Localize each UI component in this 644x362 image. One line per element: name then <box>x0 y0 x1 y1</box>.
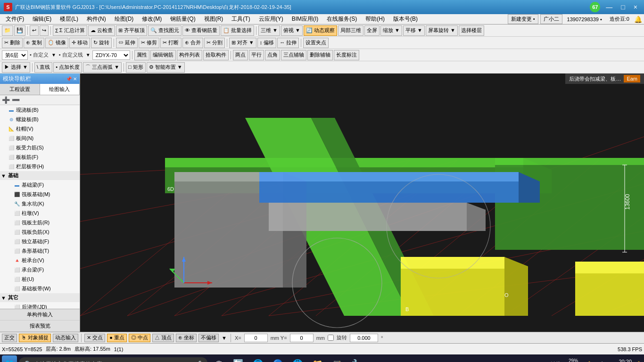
cloud-check-button[interactable]: ☁ 云检查 <box>88 25 115 36</box>
parallel-button[interactable]: 平行 <box>249 50 264 60</box>
menu-component[interactable]: 构件(N) <box>83 14 110 24</box>
taskbar-btn-7[interactable]: 🔧 <box>348 355 366 362</box>
tree-item-raft[interactable]: ⬛筏板基础(M) <box>0 189 80 199</box>
tree-item-isolated-found[interactable]: ⬜独立基础(F) <box>0 237 80 246</box>
component-list-button[interactable]: 构件列表 <box>177 50 202 60</box>
tree-item-foundation-beam[interactable]: ▬基础梁(F) <box>0 180 80 189</box>
tree-item-column-cap[interactable]: 📐柱帽(V) <box>0 124 80 133</box>
property-button[interactable]: 属性 <box>134 50 149 60</box>
tree-item-slab-band[interactable]: ⬜栏层板带(H) <box>0 162 80 171</box>
3d-button[interactable]: 三维 ▼ <box>258 25 280 36</box>
notification-icon[interactable]: 🔔 <box>634 16 642 23</box>
orthogonal-button[interactable]: 正交 <box>2 334 17 342</box>
tree-item-sump[interactable]: 🔧集水坑(K) <box>0 199 80 208</box>
delete-button[interactable]: ✂ 删除 <box>2 38 23 48</box>
trim-button[interactable]: ✂ 修剪 <box>139 38 159 48</box>
close-button[interactable]: × <box>631 3 640 11</box>
tree-item-slab-zone[interactable]: ⬜板间(N) <box>0 133 80 143</box>
panel-close-icon[interactable]: ✕ <box>73 76 77 82</box>
pick-component-button[interactable]: 拾取构件 <box>203 50 229 60</box>
rotate-checkbox[interactable] <box>328 335 334 341</box>
add-icon[interactable]: ➕ <box>2 96 10 104</box>
tree-item-pile[interactable]: ⬜桩(U) <box>0 274 80 284</box>
tree-item-strip-found[interactable]: ⬜条形基础(T) <box>0 246 80 255</box>
three-point-axis-button[interactable]: 三点辅轴 <box>281 50 306 60</box>
select-tool-button[interactable]: ▶ 选择 ▼ <box>2 62 30 73</box>
tree-item-postcast[interactable]: ⬜后浇带(JD) <box>0 302 80 309</box>
points-button[interactable]: 造价豆:0 <box>607 15 632 24</box>
tree-item-raft-main[interactable]: ⬜筏板主筋(R) <box>0 218 80 227</box>
open-button[interactable]: 📁 <box>2 25 13 36</box>
level-select[interactable]: 第6层 <box>2 50 28 60</box>
object-snap-button[interactable]: 🖱 对象捕捉 <box>19 334 51 342</box>
mirror-button[interactable]: 🪞 镜像 <box>45 38 68 48</box>
menu-edit[interactable]: 编辑(E) <box>29 14 55 24</box>
menu-draw[interactable]: 绘图(D) <box>111 14 138 24</box>
group-other[interactable]: ▼ 其它 <box>0 293 80 302</box>
minus-icon[interactable]: ➖ <box>12 96 20 104</box>
find-element-button[interactable]: 🔍 查找图元 <box>148 25 182 36</box>
canvas-area[interactable]: 后浇带会扣减梁、板… Eam <box>80 74 644 332</box>
menu-version[interactable]: 版本号(B) <box>389 14 421 24</box>
edit-rebar-button[interactable]: 编辑钢筋 <box>150 50 176 60</box>
no-offset-button[interactable]: 不偏移 <box>198 334 219 342</box>
tab-draw-input[interactable]: 绘图输入 <box>40 84 80 95</box>
y-input[interactable] <box>290 334 314 342</box>
top-view-button[interactable]: 俯视 ▼ <box>281 25 303 36</box>
intersection-button[interactable]: ✕ 交点 <box>84 334 105 342</box>
dimension-button[interactable]: 长度标注 <box>334 50 359 60</box>
move-button[interactable]: ✛ 移动 <box>69 38 90 48</box>
rotate-input[interactable] <box>350 334 378 342</box>
midpoint-button[interactable]: ◎ 中点 <box>129 334 150 342</box>
menu-help[interactable]: 帮助(H) <box>362 14 388 24</box>
phone-button[interactable]: 13907298339 • <box>564 16 605 23</box>
x-input[interactable] <box>244 334 268 342</box>
tree-item-found-band[interactable]: ⬜基础板带(W) <box>0 284 80 293</box>
new-change-button[interactable]: 新建变更 • <box>508 14 538 24</box>
align-top-button[interactable]: ⊞ 齐平板顶 <box>116 25 147 36</box>
group-foundation[interactable]: ▼ 基础 <box>0 171 80 180</box>
screen-rotate-button[interactable]: 屏幕旋转 ▼ <box>426 25 458 36</box>
midpoint-heavy-button[interactable]: ● 重点 <box>107 334 127 342</box>
report-preview-button[interactable]: 报表预览 <box>0 321 80 332</box>
smart-layout-button[interactable]: ⚙ 智能布置 ▼ <box>147 62 185 73</box>
lang-indicator[interactable]: 🔔 ∧ 中 S <box>586 361 610 362</box>
local-3d-button[interactable]: 局部三维 <box>338 25 363 36</box>
align-button[interactable]: ⊞ 对齐 ▼ <box>229 38 256 48</box>
fullscreen-button[interactable]: 全屏 <box>364 25 380 36</box>
taskbar-btn-1[interactable]: 👁 <box>211 355 227 362</box>
two-points-button[interactable]: 两点 <box>233 50 248 60</box>
maximize-button[interactable]: □ <box>618 3 627 11</box>
rotate-button[interactable]: ↻ 旋转 <box>91 38 112 48</box>
tree-item-cap-beam[interactable]: ⬜承台梁(F) <box>0 265 80 274</box>
vertex-button[interactable]: △ 顶点 <box>152 334 174 342</box>
menu-bim[interactable]: BIM应用(I) <box>288 14 322 24</box>
stretch-button[interactable]: ↔ 拉伸 <box>277 38 299 48</box>
taskbar-btn-6[interactable]: 🎮 <box>328 355 346 362</box>
minimize-button[interactable]: — <box>603 3 615 11</box>
tab-project-settings[interactable]: 工程设置 <box>0 84 40 95</box>
batch-select-button[interactable]: 📋 批量选择 <box>221 25 254 36</box>
offset-button[interactable]: ↕ 偏移 <box>257 38 277 48</box>
tree-item-raft-neg[interactable]: ⬜筏板负筋(X) <box>0 227 80 237</box>
dynamic-view-button[interactable]: 🔄 动态观察 <box>304 25 337 36</box>
pan-button[interactable]: 平移 ▼ <box>403 25 425 36</box>
taskbar-btn-4[interactable]: 🌐 <box>289 355 306 362</box>
start-button[interactable] <box>2 355 17 362</box>
tree-item-column-pier[interactable]: ⬜柱墩(V) <box>0 208 80 218</box>
menu-floor[interactable]: 楼层(L) <box>56 14 82 24</box>
panel-pin-icon[interactable]: 📌 <box>66 76 72 82</box>
calc-button[interactable]: Σ Σ 汇总计算 <box>53 25 87 36</box>
copy-button[interactable]: ⊕ 复制 <box>24 38 44 48</box>
undo-button[interactable]: ↩ <box>30 25 39 36</box>
split-button[interactable]: ✂ 分割 <box>204 38 225 48</box>
search-bar[interactable]: 🔍 在这里输入您要搜索的内容 🎤 <box>19 357 207 362</box>
menu-modify[interactable]: 修改(M) <box>138 14 165 24</box>
coord-button[interactable]: ⊕ 坐标 <box>176 334 197 342</box>
delete-axis-button[interactable]: 删除辅轴 <box>307 50 333 60</box>
view-rebar-button[interactable]: 👁 查看钢筋量 <box>182 25 220 36</box>
tree-item-slab[interactable]: ▬现浇板(B) <box>0 105 80 115</box>
assistant-button[interactable]: 广小二 <box>540 14 562 24</box>
break-button[interactable]: ✂ 打断 <box>160 38 181 48</box>
zoom-button[interactable]: 缩放 ▼ <box>380 25 402 36</box>
